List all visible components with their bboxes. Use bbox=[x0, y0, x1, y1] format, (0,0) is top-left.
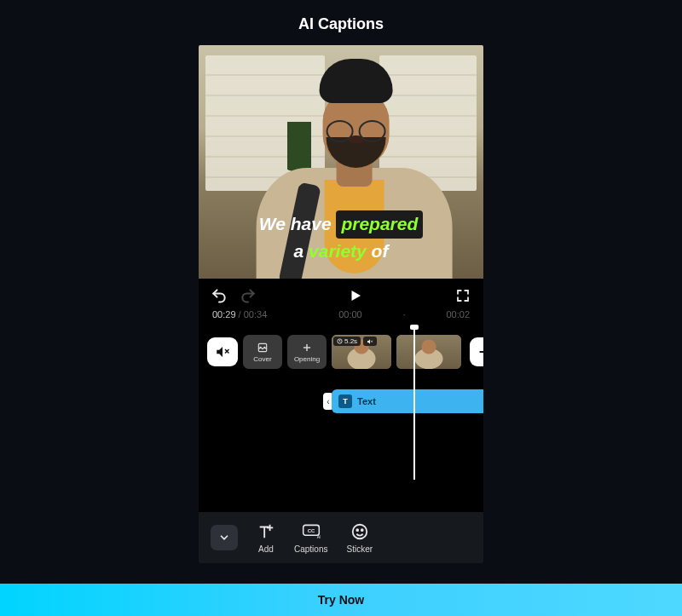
caption-text: We have bbox=[259, 214, 337, 233]
text-clip-label: Text bbox=[357, 396, 376, 406]
svg-point-15 bbox=[353, 524, 367, 538]
clip-duration-badge: 5.2s bbox=[333, 337, 361, 346]
svg-text:CC: CC bbox=[307, 527, 315, 533]
tool-label: Captions bbox=[294, 544, 327, 554]
ruler-mark: 00:00 bbox=[338, 309, 362, 320]
opening-label: Opening bbox=[294, 355, 320, 363]
sticker-tool[interactable]: Sticker bbox=[346, 522, 373, 554]
tool-label: Add bbox=[258, 544, 274, 554]
page-title: AI Captions bbox=[0, 0, 682, 45]
play-button[interactable] bbox=[347, 287, 364, 304]
text-icon: T bbox=[338, 394, 352, 408]
try-now-button[interactable]: Try Now bbox=[0, 584, 682, 616]
add-clip-button[interactable] bbox=[470, 337, 483, 366]
add-tool[interactable]: Add bbox=[257, 522, 275, 554]
video-clip[interactable] bbox=[396, 335, 461, 369]
captions-icon: CCAI bbox=[302, 522, 321, 541]
ruler-mark: 00:02 bbox=[446, 309, 470, 320]
video-clip[interactable]: 5.2s bbox=[332, 335, 391, 369]
cover-label: Cover bbox=[253, 355, 271, 363]
sticker-icon bbox=[350, 522, 369, 541]
undo-button[interactable] bbox=[211, 287, 228, 304]
caption-text: a bbox=[294, 241, 309, 261]
total-time: 00:34 bbox=[244, 309, 268, 320]
redo-button[interactable] bbox=[240, 287, 257, 304]
caption-highlight: prepared bbox=[336, 210, 423, 238]
caption-text: of bbox=[367, 241, 389, 261]
tool-label: Sticker bbox=[346, 544, 373, 554]
caption-highlight: variety bbox=[309, 241, 367, 261]
video-track: Cover Opening 5.2s bbox=[199, 333, 483, 371]
mute-button[interactable] bbox=[207, 337, 238, 366]
timeline[interactable]: Cover Opening 5.2s bbox=[199, 326, 483, 485]
svg-point-17 bbox=[361, 529, 363, 531]
video-preview[interactable]: We have prepared a variety of bbox=[199, 45, 483, 279]
bottom-toolbar: Add CCAI Captions Sticker bbox=[199, 512, 483, 563]
editor-phone-frame: We have prepared a variety of 00:29 / 00… bbox=[199, 45, 483, 563]
time-display: 00:29 / 00:34 00:00 · 00:02 bbox=[199, 308, 483, 326]
collapse-button[interactable] bbox=[211, 525, 238, 550]
fullscreen-button[interactable] bbox=[454, 287, 471, 304]
playhead[interactable] bbox=[413, 326, 415, 480]
current-time: 00:29 bbox=[212, 309, 236, 320]
text-clip[interactable]: T Text bbox=[332, 389, 483, 413]
playback-controls bbox=[199, 279, 483, 308]
clip-mute-badge bbox=[363, 337, 377, 346]
captions-tool[interactable]: CCAI Captions bbox=[294, 522, 327, 554]
add-text-icon bbox=[257, 522, 275, 541]
ruler-dot: · bbox=[403, 310, 406, 320]
cover-button[interactable]: Cover bbox=[243, 335, 282, 369]
svg-point-16 bbox=[356, 529, 358, 531]
caption-overlay: We have prepared a variety of bbox=[199, 210, 483, 263]
text-track: ‹ T Text bbox=[332, 389, 483, 413]
svg-text:AI: AI bbox=[317, 533, 321, 538]
opening-button[interactable]: Opening bbox=[287, 335, 327, 369]
